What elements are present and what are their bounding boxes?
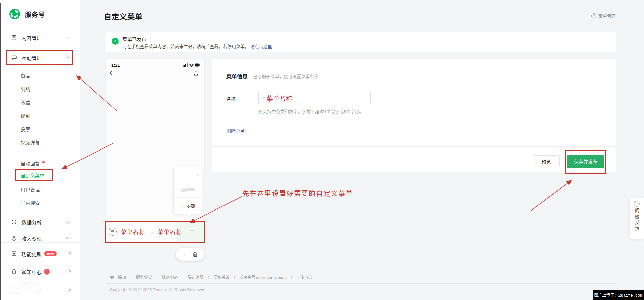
section-title: 菜单信息 — [226, 72, 248, 80]
sidebar-item-custom-menu[interactable]: 自定义菜单 — [0, 169, 80, 182]
menu-name-value: 菜单名称 — [266, 94, 292, 103]
erased-submenu-label — [181, 188, 195, 192]
divider — [119, 225, 119, 239]
divider — [234, 275, 235, 279]
delete-menu-link[interactable]: 删除菜单 — [226, 127, 245, 134]
divider — [0, 242, 80, 243]
divider — [131, 275, 131, 279]
footer-link-feedback-account[interactable]: 反馈官号weixingongzhong — [239, 274, 287, 280]
trash-icon[interactable] — [193, 252, 198, 257]
menu-management-help-link[interactable]: ? 菜单管理 — [591, 13, 616, 19]
sidebar-item-underline[interactable]: 划线 — [0, 82, 80, 96]
sidebar: 服务号 内容管理 互动管理 留言 划线 私信 提到 投票 视频弹幕 自动回复 — [0, 0, 80, 300]
menu-name-annotation-2[interactable]: 菜单名称 — [158, 227, 182, 236]
sidebar-item-label: 私信 — [21, 99, 30, 106]
erased-mark — [190, 230, 195, 231]
status-time: 1:21 — [111, 63, 120, 68]
sidebar-item-content-mgmt[interactable]: 内容管理 — [0, 31, 80, 44]
person-icon[interactable] — [193, 70, 199, 77]
sidebar-item-label: 数据分析 — [21, 219, 42, 226]
sidebar-item-label: 内容管理 — [21, 34, 42, 41]
save-publish-button[interactable]: 保存并发布 — [567, 155, 604, 168]
keyboard-toggle-icon[interactable] — [109, 228, 117, 236]
page: 服务号 内容管理 互动管理 留言 划线 私信 提到 投票 视频弹幕 自动回复 — [0, 0, 644, 300]
sidebar-item-label: 通知中心 — [21, 268, 42, 275]
sidebar-item-label: 互动管理 — [21, 54, 42, 61]
add-submenu-button[interactable]: ＋ 添加 — [174, 198, 202, 213]
annotation-box-menubar — [105, 221, 205, 243]
footer-link-about[interactable]: 关于腾讯 — [110, 274, 126, 280]
sidebar-item-notify-center[interactable]: 通知中心 1 — [0, 265, 80, 278]
move-left-arrow-icon[interactable]: ← — [183, 251, 188, 257]
arrow-to-save-button — [531, 180, 572, 211]
menu-name-annotation-1[interactable]: 菜单名称 — [121, 227, 145, 236]
section-note: 已添加子菜单，仅可设置菜单名称 — [253, 73, 318, 79]
name-field-label: 名称 — [226, 95, 236, 102]
divider — [208, 275, 209, 279]
sidebar-item-private-msg[interactable]: 私信 — [0, 96, 80, 109]
sidebar-item-monetization[interactable]: 收入变现 — [0, 234, 80, 243]
preview-button[interactable]: 预览 — [533, 155, 560, 167]
sidebar-item-votes[interactable]: 投票 — [0, 122, 80, 136]
annotation-tip-text: 先在这里设置好需要的自定义菜单 — [242, 188, 353, 198]
censored-account-name — [9, 283, 41, 294]
chevron-right-icon — [67, 269, 71, 273]
help-label: 菜单管理 — [598, 13, 616, 19]
brand-name: 服务号 — [25, 10, 45, 19]
book-star-icon — [11, 251, 17, 257]
check-circle-icon: ✓ — [112, 38, 119, 45]
footer-link-infringement[interactable]: 侵权投诉 — [213, 274, 230, 280]
submenu-item[interactable] — [174, 182, 202, 198]
chevron-down-icon — [66, 220, 69, 223]
new-badge: new — [44, 251, 57, 256]
coin-icon — [11, 235, 17, 241]
divider — [291, 275, 292, 279]
divider — [0, 26, 80, 26]
sidebar-item-data-analysis[interactable]: 数据分析 — [0, 215, 80, 229]
signal-wifi-battery-icon — [183, 63, 200, 67]
feedback-widget[interactable]: ? 问题反馈 — [630, 198, 644, 239]
feedback-label: 问题反馈 — [634, 208, 640, 232]
banner-desc-text: 可在手机查看菜单内容，若尚未生效，请稍后查看。若停用菜单， — [122, 44, 249, 49]
sidebar-item-account-search[interactable]: 号内搜索 — [0, 196, 80, 209]
footer-links: 关于腾讯 服务协议 规则中心 腾讯客服 侵权投诉 反馈官号weixingongz… — [110, 274, 312, 280]
footer-link-upload-log[interactable]: 上传日志 — [296, 274, 312, 280]
question-circle-icon: ? — [634, 201, 640, 207]
sidebar-item-feature-update[interactable]: 功能更新 new — [0, 247, 80, 260]
divider — [106, 283, 616, 284]
plus-icon: ＋ — [180, 202, 185, 209]
page-title: 自定义菜单 — [104, 11, 143, 21]
sidebar-item-interact-mgmt[interactable]: 互动管理 — [0, 51, 80, 64]
service-account-logo-icon — [9, 8, 21, 20]
sidebar-scrollbar[interactable] — [0, 3, 1, 300]
sidebar-item-label: 自定义菜单 — [21, 172, 44, 179]
status-icons — [183, 63, 200, 67]
sidebar-item-label: 用户管理 — [21, 186, 40, 193]
footer-link-rules[interactable]: 规则中心 — [162, 274, 178, 280]
erased-submenu-label — [197, 174, 199, 176]
footer-link-terms[interactable]: 服务协议 — [136, 274, 152, 280]
sidebar-item-label: 视频弹幕 — [21, 139, 40, 146]
back-chevron-icon[interactable] — [109, 71, 114, 75]
divider — [18, 152, 73, 152]
divider — [157, 275, 157, 279]
submenu-item[interactable] — [174, 167, 202, 182]
menu-name-input[interactable]: 菜单名称 — [258, 92, 371, 104]
question-circle-icon: ? — [591, 13, 596, 18]
watermark: 图片上传于：28life.com — [593, 290, 644, 300]
brand: 服务号 — [9, 8, 45, 20]
sidebar-item-mentions[interactable]: 提到 — [0, 109, 80, 122]
sidebar-item-label: 号内搜索 — [21, 199, 40, 206]
sidebar-item-comments[interactable]: 留言 — [0, 69, 80, 82]
bell-icon — [11, 268, 17, 275]
sidebar-item-user-mgmt[interactable]: 用户管理 — [0, 183, 80, 196]
chevron-down-icon — [66, 35, 69, 39]
chevron-up-icon — [66, 56, 69, 60]
footer-link-support[interactable]: 腾讯客服 — [188, 274, 204, 280]
sidebar-item-auto-reply[interactable]: 自动回复 — [0, 157, 80, 170]
sidebar-item-video-danmu[interactable]: 视频弹幕 — [0, 136, 80, 149]
disable-menu-link[interactable]: 请点击这里 — [250, 44, 272, 49]
chevron-right-icon — [67, 287, 71, 291]
banner-title: 菜单已发布 — [122, 36, 146, 42]
erased-mark — [263, 97, 265, 99]
